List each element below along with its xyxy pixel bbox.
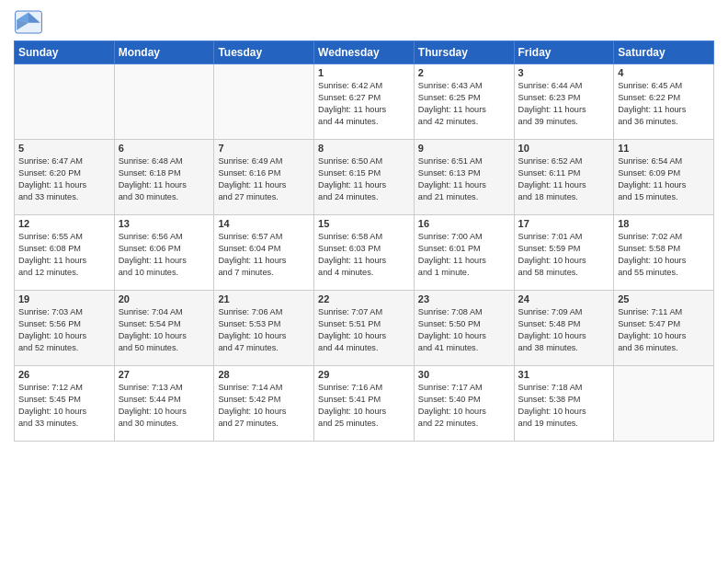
cell-info: Daylight: 11 hours <box>418 104 510 116</box>
day-number: 18 <box>618 218 710 229</box>
calendar-header: SundayMondayTuesdayWednesdayThursdayFrid… <box>15 41 714 64</box>
cell-info: Sunset: 5:45 PM <box>18 394 110 406</box>
cell-info: Sunset: 6:20 PM <box>18 167 110 179</box>
week-row-0: 1Sunrise: 6:42 AMSunset: 6:27 PMDaylight… <box>15 64 714 140</box>
cell-info: Sunrise: 7:08 AM <box>418 306 510 318</box>
day-header-friday: Friday <box>514 41 614 64</box>
day-number: 3 <box>518 67 610 78</box>
day-cell: 1Sunrise: 6:42 AMSunset: 6:27 PMDaylight… <box>314 64 415 140</box>
cell-info: Daylight: 11 hours <box>618 104 710 116</box>
cell-info: Daylight: 11 hours <box>18 255 110 267</box>
day-cell: 26Sunrise: 7:12 AMSunset: 5:45 PMDayligh… <box>15 366 115 442</box>
day-number: 25 <box>618 293 710 304</box>
day-number: 28 <box>218 369 310 380</box>
day-cell: 13Sunrise: 6:56 AMSunset: 6:06 PMDayligh… <box>114 215 214 291</box>
week-row-3: 19Sunrise: 7:03 AMSunset: 5:56 PMDayligh… <box>15 291 714 366</box>
cell-info: Sunset: 5:53 PM <box>218 318 310 330</box>
day-header-monday: Monday <box>114 41 214 64</box>
day-number: 1 <box>318 67 410 78</box>
cell-info: Sunset: 5:54 PM <box>119 318 210 330</box>
day-cell: 15Sunrise: 6:58 AMSunset: 6:03 PMDayligh… <box>314 215 415 291</box>
day-cell: 20Sunrise: 7:04 AMSunset: 5:54 PMDayligh… <box>114 291 214 366</box>
cell-info: and 7 minutes. <box>218 267 310 279</box>
day-number: 23 <box>418 293 510 304</box>
cell-info: Sunset: 5:44 PM <box>119 394 210 406</box>
day-number: 30 <box>418 369 510 380</box>
day-cell: 30Sunrise: 7:17 AMSunset: 5:40 PMDayligh… <box>414 366 514 442</box>
cell-info: and 19 minutes. <box>518 418 610 430</box>
cell-info: Daylight: 11 hours <box>518 104 610 116</box>
cell-info: Sunset: 5:38 PM <box>518 394 610 406</box>
cell-info: Sunrise: 7:18 AM <box>518 382 610 394</box>
day-cell: 7Sunrise: 6:49 AMSunset: 6:16 PMDaylight… <box>214 140 314 215</box>
day-number: 11 <box>618 143 710 154</box>
header <box>14 9 714 35</box>
day-number: 13 <box>119 218 210 229</box>
day-number: 24 <box>518 293 610 304</box>
cell-info: Sunrise: 7:09 AM <box>518 306 610 318</box>
cell-info: Daylight: 10 hours <box>218 406 310 418</box>
cell-info: Sunrise: 7:12 AM <box>18 382 110 394</box>
day-cell: 2Sunrise: 6:43 AMSunset: 6:25 PMDaylight… <box>414 64 514 140</box>
cell-info: Sunrise: 7:02 AM <box>618 231 710 243</box>
cell-info: and 52 minutes. <box>18 342 110 354</box>
day-cell: 25Sunrise: 7:11 AMSunset: 5:47 PMDayligh… <box>614 291 714 366</box>
cell-info: and 27 minutes. <box>218 191 310 203</box>
cell-info: Daylight: 11 hours <box>318 179 410 191</box>
cell-info: Sunrise: 7:07 AM <box>318 306 410 318</box>
calendar-body: 1Sunrise: 6:42 AMSunset: 6:27 PMDaylight… <box>15 64 714 442</box>
day-number: 14 <box>218 218 310 229</box>
day-cell: 19Sunrise: 7:03 AMSunset: 5:56 PMDayligh… <box>15 291 115 366</box>
cell-info: Sunrise: 6:45 AM <box>618 80 710 92</box>
cell-info: Daylight: 11 hours <box>18 179 110 191</box>
cell-info: Sunset: 6:09 PM <box>618 167 710 179</box>
cell-info: Sunrise: 6:43 AM <box>418 80 510 92</box>
cell-info: Daylight: 11 hours <box>218 179 310 191</box>
day-cell: 5Sunrise: 6:47 AMSunset: 6:20 PMDaylight… <box>15 140 115 215</box>
cell-info: Sunrise: 7:11 AM <box>618 306 710 318</box>
cell-info: Daylight: 10 hours <box>518 406 610 418</box>
day-cell: 16Sunrise: 7:00 AMSunset: 6:01 PMDayligh… <box>414 215 514 291</box>
cell-info: Sunrise: 6:56 AM <box>119 231 210 243</box>
day-header-tuesday: Tuesday <box>214 41 314 64</box>
day-cell: 10Sunrise: 6:52 AMSunset: 6:11 PMDayligh… <box>514 140 614 215</box>
day-header-thursday: Thursday <box>414 41 514 64</box>
day-cell: 14Sunrise: 6:57 AMSunset: 6:04 PMDayligh… <box>214 215 314 291</box>
cell-info: Sunset: 6:22 PM <box>618 92 710 104</box>
cell-info: and 33 minutes. <box>18 418 110 430</box>
day-number: 26 <box>18 369 110 380</box>
cell-info: Sunrise: 7:00 AM <box>418 231 510 243</box>
cell-info: Daylight: 11 hours <box>418 179 510 191</box>
cell-info: and 18 minutes. <box>518 191 610 203</box>
cell-info: Sunset: 6:04 PM <box>218 243 310 255</box>
cell-info: Sunset: 6:01 PM <box>418 243 510 255</box>
cell-info: and 36 minutes. <box>618 342 710 354</box>
cell-info: Sunrise: 6:50 AM <box>318 155 410 167</box>
cell-info: and 25 minutes. <box>318 418 410 430</box>
cell-info: Daylight: 10 hours <box>18 406 110 418</box>
cell-info: Daylight: 11 hours <box>618 179 710 191</box>
calendar-container: SundayMondayTuesdayWednesdayThursdayFrid… <box>0 0 728 446</box>
cell-info: and 12 minutes. <box>18 267 110 279</box>
day-number: 20 <box>119 293 210 304</box>
cell-info: and 30 minutes. <box>119 191 210 203</box>
cell-info: Sunset: 6:08 PM <box>18 243 110 255</box>
cell-info: Sunset: 5:58 PM <box>618 243 710 255</box>
cell-info: Sunrise: 6:52 AM <box>518 155 610 167</box>
cell-info: Daylight: 10 hours <box>618 330 710 342</box>
day-cell: 28Sunrise: 7:14 AMSunset: 5:42 PMDayligh… <box>214 366 314 442</box>
cell-info: Sunrise: 6:55 AM <box>18 231 110 243</box>
day-number: 17 <box>518 218 610 229</box>
cell-info: Daylight: 10 hours <box>318 330 410 342</box>
day-cell: 21Sunrise: 7:06 AMSunset: 5:53 PMDayligh… <box>214 291 314 366</box>
day-cell: 6Sunrise: 6:48 AMSunset: 6:18 PMDaylight… <box>114 140 214 215</box>
cell-info: Daylight: 10 hours <box>418 406 510 418</box>
logo <box>14 9 47 35</box>
cell-info: Sunrise: 7:06 AM <box>218 306 310 318</box>
day-number: 31 <box>518 369 610 380</box>
cell-info: Sunset: 6:16 PM <box>218 167 310 179</box>
cell-info: and 24 minutes. <box>318 191 410 203</box>
cell-info: Daylight: 10 hours <box>318 406 410 418</box>
cell-info: Sunrise: 7:01 AM <box>518 231 610 243</box>
cell-info: Sunset: 6:18 PM <box>119 167 210 179</box>
